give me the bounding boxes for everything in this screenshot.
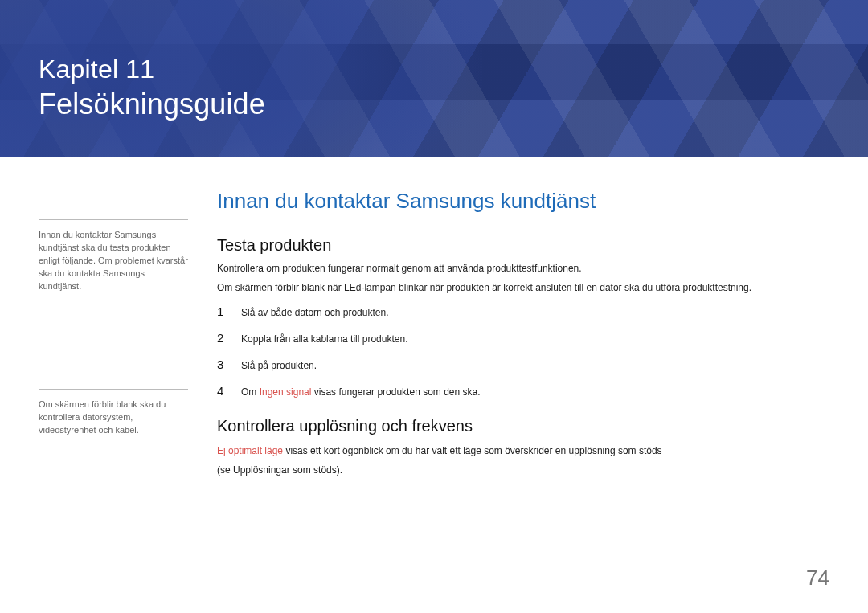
subsection-title-1: Testa produkten	[217, 236, 829, 255]
chapter-number: Kapitel 11	[39, 55, 265, 84]
step-item: 1 Slå av både datorn och produkten.	[217, 304, 829, 320]
step-item: 2 Koppla från alla kablarna till produkt…	[217, 331, 829, 346]
main-content-column: Innan du kontaktar Samsungs kundtjänst T…	[217, 189, 829, 477]
step-text-pre: Om	[241, 386, 260, 398]
step-text: Slå av både datorn och produkten.	[241, 304, 388, 320]
margin-note-1: Innan du kontaktar Samsungs kundtjänst s…	[39, 228, 188, 292]
page-number: 74	[806, 566, 829, 591]
margin-note-2-block: Om skärmen förblir blank ska du kontroll…	[39, 389, 188, 436]
step-text: Slå på produkten.	[241, 358, 317, 373]
step-text: Om Ingen signal visas fungerar produkten…	[241, 384, 481, 399]
margin-note-1-block: Innan du kontaktar Samsungs kundtjänst s…	[39, 219, 188, 292]
margin-note-2: Om skärmen förblir blank ska du kontroll…	[39, 398, 188, 436]
section-title: Innan du kontaktar Samsungs kundtjänst	[217, 189, 829, 214]
note-rule	[39, 389, 188, 390]
step-text: Koppla från alla kablarna till produkten…	[241, 331, 407, 346]
body-paragraph: Ej optimalt läge visas ett kort ögonblic…	[217, 443, 829, 458]
page-body: Innan du kontaktar Samsungs kundtjänst s…	[0, 157, 868, 613]
note-rule	[39, 219, 188, 220]
body-paragraph: (se Upplösningar som stöds).	[217, 463, 829, 477]
subsection-2-block: Kontrollera upplösning och frekvens Ej o…	[217, 417, 829, 477]
keyword: Ej optimalt läge	[217, 445, 283, 456]
body-paragraph: Om skärmen förblir blank när LEd-lampan …	[217, 280, 829, 295]
step-item: 4 Om Ingen signal visas fungerar produkt…	[217, 384, 829, 399]
step-text-post: visas fungerar produkten som den ska.	[311, 386, 480, 398]
margin-notes-column: Innan du kontaktar Samsungs kundtjänst s…	[39, 189, 188, 477]
step-item: 3 Slå på produkten.	[217, 358, 829, 373]
chapter-header-band: Kapitel 11 Felsökningsguide	[0, 0, 868, 157]
header-titles: Kapitel 11 Felsökningsguide	[39, 55, 265, 121]
step-keyword: Ingen signal	[260, 386, 312, 398]
chapter-title: Felsökningsguide	[39, 88, 265, 121]
subsection-title-2: Kontrollera upplösning och frekvens	[217, 417, 829, 435]
numbered-steps: 1 Slå av både datorn och produkten. 2 Ko…	[217, 304, 829, 399]
step-number: 4	[217, 384, 228, 399]
body-text-span: visas ett kort ögonblick om du har valt …	[283, 445, 662, 456]
step-number: 3	[217, 358, 228, 373]
body-paragraph: Kontrollera om produkten fungerar normal…	[217, 261, 829, 276]
step-number: 2	[217, 331, 228, 346]
document-page: Kapitel 11 Felsökningsguide Innan du kon…	[0, 0, 868, 613]
step-number: 1	[217, 304, 228, 320]
